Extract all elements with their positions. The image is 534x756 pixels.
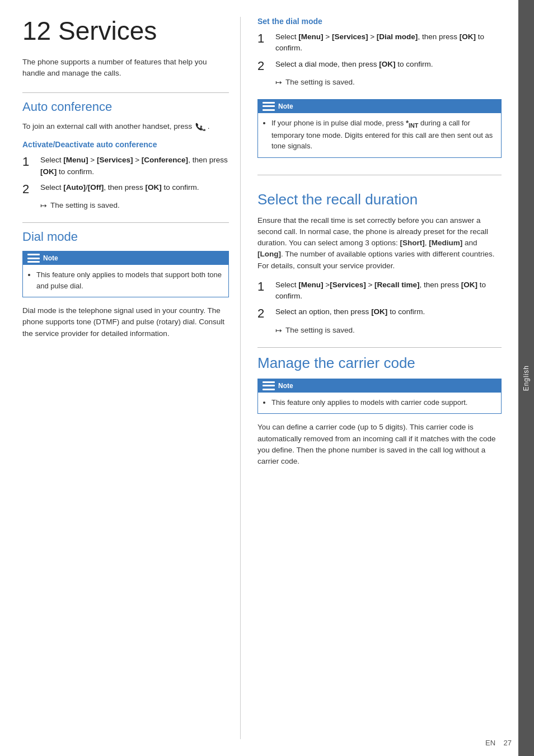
set-dial-mode-title: Set the dial mode [257, 17, 502, 26]
set-dial-mode-step-2: 2 Select a dial mode, then press [OK] to… [257, 59, 502, 73]
dial-mode-pulse-note-header: Note [258, 100, 501, 113]
svg-text:📞: 📞 [200, 125, 205, 132]
section-carrier-code-title: Manage the carrier code [257, 354, 502, 372]
language-tab: English [518, 0, 534, 756]
activate-result: ↦ The setting is saved. [40, 201, 229, 210]
carrier-code-note-body: This feature only applies to models with… [258, 393, 501, 414]
section-divider-2 [22, 222, 229, 223]
carrier-code-note: Note This feature only applies to models… [257, 379, 502, 414]
page-footer: EN 27 [485, 739, 512, 747]
note-icon [27, 254, 40, 263]
set-dial-mode-step-1: 1 Select [Menu] > [Services] > [Dial mod… [257, 31, 502, 54]
section-divider-4 [257, 347, 502, 348]
handset-icon: 📞 [194, 123, 205, 132]
activate-steps-list: 1 Select [Menu] > [Services] > [Conferen… [22, 155, 229, 197]
note-label-2: Note [278, 102, 293, 110]
carrier-code-intro: You can define a carrier code (up to 5 d… [257, 422, 502, 467]
set-dial-mode-steps: 1 Select [Menu] > [Services] > [Dial mod… [257, 31, 502, 73]
dial-mode-intro: Dial mode is the telephone signal used i… [22, 305, 229, 339]
recall-duration-steps: 1 Select [Menu] >[Services] > [Recall ti… [257, 279, 502, 321]
recall-duration-result: ↦ The setting is saved. [275, 326, 502, 335]
note-label: Note [43, 254, 58, 262]
dial-mode-note-header: Note [23, 251, 228, 265]
dial-mode-note: Note This feature only applies to models… [22, 251, 229, 297]
set-dial-mode-result: ↦ The setting is saved. [275, 78, 502, 87]
activate-step-1: 1 Select [Menu] > [Services] > [Conferen… [22, 155, 229, 178]
section-divider-3 [257, 175, 502, 175]
note-icon-3 [263, 381, 275, 390]
section-divider-1 [22, 92, 229, 93]
recall-duration-step-1: 1 Select [Menu] >[Services] > [Recall ti… [257, 279, 502, 302]
note-icon-2 [263, 102, 275, 111]
carrier-code-note-header: Note [258, 379, 501, 393]
auto-conference-intro: To join an external call with another ha… [22, 121, 229, 132]
recall-duration-intro: Ensure that the recall time is set corre… [257, 215, 502, 272]
recall-duration-step-2: 2 Select an option, then press [OK] to c… [257, 306, 502, 321]
left-column: 12 Services The phone supports a number … [0, 17, 241, 739]
section-auto-conference-title: Auto conference [22, 100, 229, 114]
dial-mode-pulse-note-body: If your phone is in pulse dial mode, pre… [258, 113, 501, 157]
dial-mode-pulse-note: Note If your phone is in pulse dial mode… [257, 99, 502, 158]
section-dial-mode-title: Dial mode [22, 230, 229, 244]
right-column: Set the dial mode 1 Select [Menu] > [Ser… [241, 17, 518, 739]
activate-deactivate-title: Activate/Deactivate auto conference [22, 140, 229, 149]
dial-mode-note-body: This feature only applies to models that… [23, 265, 228, 297]
chapter-title: 12 Services [22, 17, 229, 45]
page-container: 12 Services The phone supports a number … [0, 0, 534, 756]
chapter-intro: The phone supports a number of features … [22, 57, 229, 80]
note-label-3: Note [278, 382, 293, 390]
activate-step-2: 2 Select [Auto]/[Off], then press [OK] t… [22, 182, 229, 197]
content-area: 12 Services The phone supports a number … [0, 0, 518, 756]
section-recall-duration-title: Select the recall duration [257, 191, 502, 208]
language-tab-text: English [522, 365, 530, 391]
